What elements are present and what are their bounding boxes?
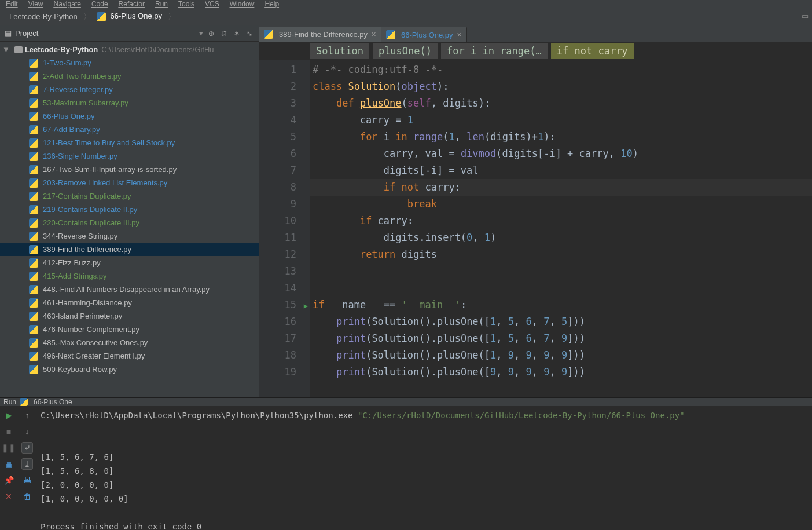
breadcrumb-root[interactable]: Leetcode-By-Python (3, 11, 83, 22)
file-item[interactable]: 485.-Max Consecutive Ones.py (0, 336, 259, 349)
file-item[interactable]: 66-Plus One.py (0, 109, 259, 123)
gear-icon[interactable]: ✶ (232, 29, 241, 38)
file-item[interactable]: 496-Next Greater Element I.py (0, 349, 259, 363)
context-chip[interactable]: plusOne() (373, 43, 438, 59)
file-item[interactable]: 2-Add Two Numbers.py (0, 70, 259, 83)
context-chip[interactable]: Solution (310, 43, 369, 59)
file-item[interactable]: 463-Island Perimeter.py (0, 309, 259, 323)
close-icon[interactable]: ✕ (457, 31, 462, 39)
code-lines[interactable]: # -*- coding:utf-8 -*-class Solution(obj… (310, 60, 812, 397)
file-item[interactable]: 220-Contains Duplicate III.py (0, 216, 259, 229)
code-line[interactable]: def plusOne(self, digits): (310, 95, 812, 112)
pause-icon[interactable]: ❚❚ (3, 442, 14, 454)
code-line[interactable]: if not carry: (310, 179, 812, 196)
line-number: 19 (259, 364, 296, 381)
menu-tools[interactable]: Tools (178, 0, 194, 8)
menu-navigate[interactable]: Navigate (54, 0, 81, 8)
context-chip[interactable]: for i in range(… (441, 43, 548, 59)
python-file-icon (20, 398, 28, 406)
menu-window[interactable]: Window (230, 0, 255, 8)
expand-icon[interactable]: ▼ (2, 45, 10, 54)
file-item[interactable]: 461-Hamming-Distance.py (0, 296, 259, 309)
file-item[interactable]: 1-Two-Sum.py (0, 56, 259, 70)
menu-edit[interactable]: Edit (6, 0, 18, 8)
file-name: 1-Two-Sum.py (43, 59, 91, 67)
file-item[interactable]: 67-Add Binary.py (0, 123, 259, 136)
code-line[interactable]: if __name__ == '__main__': (310, 297, 812, 313)
file-item[interactable]: 448.-Find All Numbers Disappeared in an … (0, 283, 259, 296)
project-root[interactable]: ▼ Leetcode-By-Python C:\Users\rHotD\Docu… (0, 43, 259, 56)
trash-icon[interactable]: 🗑 (21, 491, 33, 502)
code-line[interactable]: # -*- coding:utf-8 -*- (310, 61, 812, 78)
file-item[interactable]: 500-Keyboard Row.py (0, 363, 259, 376)
file-item[interactable]: 389-Find the Difference.py (0, 243, 259, 256)
file-item[interactable]: 344-Reverse String.py (0, 229, 259, 243)
run-gutter-icon[interactable]: ▶ (304, 298, 308, 315)
menu-view[interactable]: View (28, 0, 43, 8)
console-line: [1, 0, 0, 0, 0, 0] (41, 492, 809, 506)
project-tree[interactable]: ▼ Leetcode-By-Python C:\Users\rHotD\Docu… (0, 42, 259, 397)
close-icon[interactable]: ✕ (3, 491, 14, 502)
close-icon[interactable]: ✕ (371, 31, 376, 38)
locate-icon[interactable]: ⊕ (207, 29, 216, 38)
menu-help[interactable]: Help (264, 0, 279, 8)
code-line[interactable]: for i in range(1, len(digits)+1): (310, 129, 812, 145)
run-label[interactable]: Run (3, 398, 16, 406)
file-name: 203-Remove Linked List Elements.py (43, 178, 167, 187)
file-item[interactable]: 217-Contains Duplicate.py (0, 189, 259, 203)
hide-icon[interactable]: ⤡ (245, 29, 254, 38)
code-line[interactable]: break (310, 196, 812, 213)
menu-bar: EditViewNavigateCodeRefactorRunToolsVCSW… (0, 0, 812, 8)
menu-vcs[interactable]: VCS (205, 0, 219, 8)
code-line[interactable] (310, 263, 812, 280)
code-editor[interactable]: 1234567891011121314▶1516171819 # -*- cod… (259, 60, 812, 397)
breadcrumb-file[interactable]: 66-Plus One.py (91, 10, 168, 23)
collapse-icon[interactable]: ⇵ (219, 29, 229, 38)
print-icon[interactable]: 🖶 (21, 474, 33, 486)
file-name: 167-Two-Sum-II-Input-array-is-sorted.py (43, 165, 177, 174)
console-command: C:\Users\rHotD\AppData\Local\Programs\Py… (41, 408, 809, 422)
up-icon[interactable]: ↑ (21, 410, 33, 421)
soft-wrap-icon[interactable]: ⤶ (21, 442, 33, 454)
run-config-name[interactable]: 66-Plus One (34, 398, 72, 406)
file-name: 121-Best Time to Buy and Sell Stock.py (43, 138, 175, 147)
code-line[interactable]: print(Solution().plusOne([1, 9, 9, 9, 9]… (310, 347, 812, 364)
code-line[interactable]: print(Solution().plusOne([1, 5, 6, 7, 9]… (310, 330, 812, 347)
project-panel-title[interactable]: Project (15, 29, 194, 38)
down-icon[interactable]: ↓ (21, 426, 33, 437)
code-line[interactable] (310, 280, 812, 297)
file-item[interactable]: 415-Add Strings.py (0, 269, 259, 283)
code-line[interactable]: print(Solution().plusOne([9, 9, 9, 9, 9]… (310, 364, 812, 381)
pin-icon[interactable]: 📌 (3, 474, 14, 486)
editor-tab[interactable]: 389-Find the Difference.py✕ (259, 27, 381, 42)
menu-code[interactable]: Code (91, 0, 108, 8)
file-item[interactable]: 136-Single Number.py (0, 149, 259, 163)
scroll-end-icon[interactable]: ⤓ (21, 458, 33, 470)
code-line[interactable]: digits[-i] = val (310, 162, 812, 179)
console-output[interactable]: C:\Users\rHotD\AppData\Local\Programs\Py… (37, 406, 812, 530)
code-line[interactable]: print(Solution().plusOne([1, 5, 6, 7, 5]… (310, 313, 812, 330)
menu-refactor[interactable]: Refactor (119, 0, 145, 8)
code-line[interactable]: class Solution(object): (310, 78, 812, 95)
file-item[interactable]: 412-Fizz Buzz.py (0, 256, 259, 269)
code-line[interactable]: digits.insert(0, 1) (310, 229, 812, 246)
file-item[interactable]: 7-Reverse Integer.py (0, 83, 259, 96)
file-item[interactable]: 167-Two-Sum-II-Input-array-is-sorted.py (0, 163, 259, 176)
menu-run[interactable]: Run (155, 0, 168, 8)
code-line[interactable]: carry, val = divmod(digits[-i] + carry, … (310, 145, 812, 162)
file-item[interactable]: 476-Number Complement.py (0, 323, 259, 336)
file-item[interactable]: 219-Contains Duplicate II.py (0, 203, 259, 216)
stop-square-icon[interactable]: ■ (3, 426, 14, 437)
code-line[interactable]: if carry: (310, 213, 812, 229)
layout-icon[interactable]: ▦ (3, 458, 14, 470)
file-item[interactable]: 203-Remove Linked List Elements.py (0, 176, 259, 189)
rerun-icon[interactable]: ▶ (3, 410, 14, 421)
file-item[interactable]: 121-Best Time to Buy and Sell Stock.py (0, 136, 259, 149)
toolbar-right-icon[interactable]: ▭ (785, 12, 809, 22)
code-line[interactable]: carry = 1 (310, 112, 812, 129)
context-chip[interactable]: if not carry (551, 43, 634, 59)
file-item[interactable]: 53-Maximum Subarray.py (0, 96, 259, 109)
editor-tab[interactable]: 66-Plus One.py✕ (381, 27, 467, 42)
code-line[interactable]: return digits (310, 246, 812, 263)
chevron-down-icon[interactable]: ▾ (199, 29, 203, 38)
